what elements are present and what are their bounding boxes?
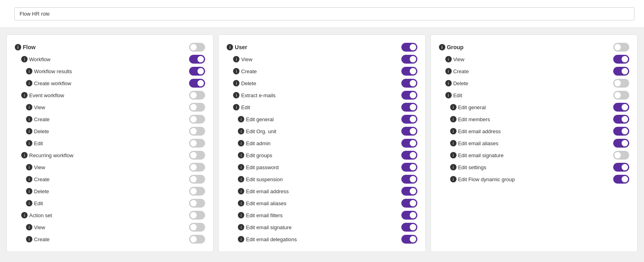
info-icon[interactable]: i [450, 128, 457, 134]
toggle-switch[interactable] [401, 91, 417, 100]
toggle-switch[interactable] [401, 43, 417, 52]
toggle-switch[interactable] [189, 103, 205, 112]
info-icon[interactable]: i [26, 128, 32, 134]
toggle-switch[interactable] [613, 43, 629, 52]
permission-label: iDelete [227, 80, 256, 86]
info-icon[interactable]: i [238, 224, 244, 230]
toggle-switch[interactable] [189, 175, 205, 184]
toggle-switch[interactable] [613, 91, 629, 100]
toggle-switch[interactable] [189, 67, 205, 76]
toggle-switch[interactable] [613, 127, 629, 136]
info-icon[interactable]: i [233, 56, 239, 62]
info-icon[interactable]: i [445, 68, 452, 74]
info-icon[interactable]: i [26, 176, 32, 182]
permission-label: iView [15, 104, 45, 110]
toggle-control [401, 199, 417, 208]
toggle-switch[interactable] [189, 163, 205, 172]
toggle-switch[interactable] [401, 199, 417, 208]
info-icon[interactable]: i [445, 56, 452, 62]
info-icon[interactable]: i [238, 236, 244, 242]
info-icon[interactable]: i [26, 68, 32, 74]
toggle-switch[interactable] [401, 235, 417, 244]
toggle-switch[interactable] [613, 67, 629, 76]
toggle-switch[interactable] [189, 91, 205, 100]
info-icon[interactable]: i [238, 116, 244, 122]
role-name-input[interactable] [14, 7, 634, 20]
toggle-switch[interactable] [189, 199, 205, 208]
toggle-switch[interactable] [401, 175, 417, 184]
info-icon[interactable]: i [233, 92, 239, 98]
toggle-switch[interactable] [613, 139, 629, 148]
toggle-switch[interactable] [401, 163, 417, 172]
info-icon[interactable]: i [26, 164, 32, 170]
info-icon[interactable]: i [26, 80, 32, 86]
info-icon[interactable]: i [21, 92, 28, 98]
toggle-switch[interactable] [401, 151, 417, 160]
toggle-switch[interactable] [401, 211, 417, 220]
info-icon[interactable]: i [26, 140, 32, 146]
info-icon[interactable]: i [233, 104, 239, 110]
info-icon[interactable]: i [450, 152, 457, 158]
group-panel: iGroupiViewiCreateiDeleteiEditiEdit gene… [431, 34, 638, 252]
info-icon[interactable]: i [450, 116, 457, 122]
info-icon[interactable]: i [233, 68, 239, 74]
info-icon[interactable]: i [21, 212, 28, 218]
permission-label: iView [439, 56, 465, 62]
info-icon[interactable]: i [439, 44, 445, 50]
toggle-switch[interactable] [613, 151, 629, 160]
toggle-switch[interactable] [613, 163, 629, 172]
toggle-switch[interactable] [189, 151, 205, 160]
toggle-switch[interactable] [189, 223, 205, 232]
info-icon[interactable]: i [450, 104, 457, 110]
info-icon[interactable]: i [21, 56, 28, 62]
info-icon[interactable]: i [26, 200, 32, 206]
toggle-switch[interactable] [613, 103, 629, 112]
toggle-switch[interactable] [401, 67, 417, 76]
toggle-switch[interactable] [189, 211, 205, 220]
toggle-switch[interactable] [401, 79, 417, 88]
toggle-switch[interactable] [613, 175, 629, 184]
toggle-switch[interactable] [401, 223, 417, 232]
info-icon[interactable]: i [26, 224, 32, 230]
toggle-switch[interactable] [189, 79, 205, 88]
info-icon[interactable]: i [238, 140, 244, 146]
info-icon[interactable]: i [238, 152, 244, 158]
info-icon[interactable]: i [450, 164, 457, 170]
toggle-switch[interactable] [189, 235, 205, 244]
info-icon[interactable]: i [227, 44, 233, 50]
toggle-switch[interactable] [401, 139, 417, 148]
toggle-switch[interactable] [613, 115, 629, 124]
info-icon[interactable]: i [238, 176, 244, 182]
toggle-switch[interactable] [401, 55, 417, 64]
toggle-switch[interactable] [401, 127, 417, 136]
permission-label: iEdit [227, 104, 250, 110]
toggle-switch[interactable] [613, 55, 629, 64]
info-icon[interactable]: i [450, 176, 457, 182]
toggle-switch[interactable] [401, 103, 417, 112]
info-icon[interactable]: i [238, 212, 244, 218]
info-icon[interactable]: i [445, 80, 452, 86]
toggle-switch[interactable] [189, 115, 205, 124]
info-icon[interactable]: i [238, 164, 244, 170]
info-icon[interactable]: i [233, 80, 239, 86]
toggle-switch[interactable] [189, 55, 205, 64]
info-icon[interactable]: i [21, 152, 28, 158]
info-icon[interactable]: i [15, 44, 21, 50]
toggle-switch[interactable] [189, 127, 205, 136]
info-icon[interactable]: i [238, 200, 244, 206]
info-icon[interactable]: i [445, 92, 452, 98]
info-icon[interactable]: i [238, 188, 244, 194]
info-icon[interactable]: i [450, 140, 457, 146]
info-icon[interactable]: i [26, 236, 32, 242]
toggle-switch[interactable] [401, 115, 417, 124]
toggle-switch[interactable] [401, 187, 417, 196]
info-icon[interactable]: i [26, 116, 32, 122]
toggle-switch[interactable] [189, 187, 205, 196]
toggle-switch[interactable] [189, 43, 205, 52]
toggle-switch[interactable] [613, 79, 629, 88]
label-text: Edit Flow dynamic group [458, 176, 515, 182]
info-icon[interactable]: i [238, 128, 244, 134]
info-icon[interactable]: i [26, 104, 32, 110]
info-icon[interactable]: i [26, 188, 32, 194]
toggle-switch[interactable] [189, 139, 205, 148]
